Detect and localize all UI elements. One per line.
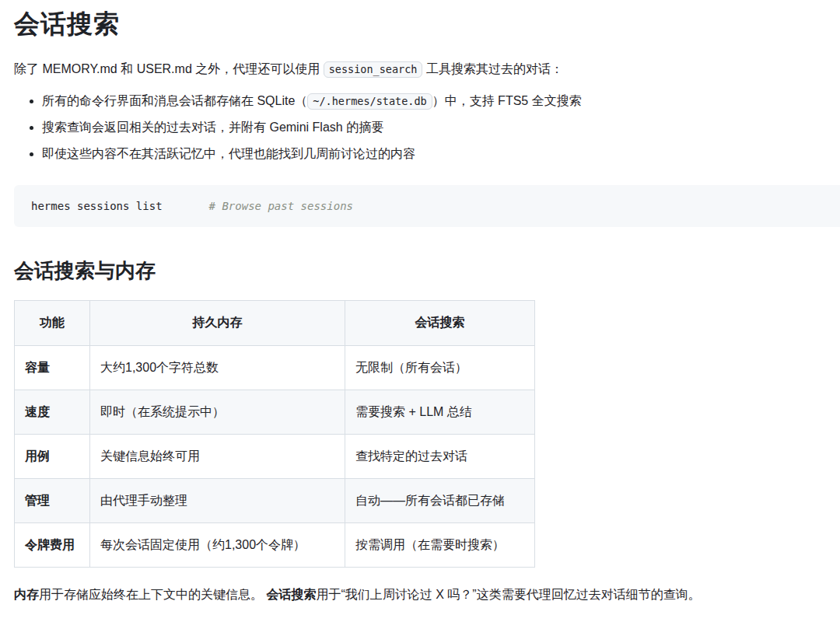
table-header: 功能 持久内存 会话搜索	[15, 301, 535, 346]
row-header-cell: 用例	[15, 435, 90, 479]
table-row: 令牌费用每次会话固定使用（约1,300个令牌）按需调用（在需要时搜索）	[15, 523, 535, 568]
intro-text-before: 除了 MEMORY.md 和 USER.md 之外，代理还可以使用	[14, 62, 324, 75]
table-row: 管理由代理手动整理自动——所有会话都已存储	[15, 479, 535, 523]
summary-text-2: 用于“我们上周讨论过 X 吗？”这类需要代理回忆过去对话细节的查询。	[316, 588, 700, 601]
column-header-feature: 功能	[15, 301, 90, 346]
intro-text-after: 工具搜索其过去的对话：	[422, 62, 562, 75]
table-header-row: 功能 持久内存 会话搜索	[15, 301, 535, 346]
table-row: 用例关键信息始终可用查找特定的过去对话	[15, 435, 535, 479]
document-page: 会话搜索 除了 MEMORY.md 和 USER.md 之外，代理还可以使用 s…	[0, 0, 840, 604]
table-cell: 查找特定的过去对话	[345, 435, 535, 479]
table-cell: 自动——所有会话都已存储	[345, 479, 535, 523]
column-header-persistent-memory: 持久内存	[90, 301, 345, 346]
list-item: 即使这些内容不在其活跃记忆中，代理也能找到几周前讨论过的内容	[42, 146, 840, 162]
section-title: 会话搜索与内存	[14, 258, 840, 284]
summary-paragraph: 内存用于存储应始终在上下文中的关键信息。 会话搜索用于“我们上周讨论过 X 吗？…	[14, 586, 840, 603]
list-item: 所有的命令行界面和消息会话都存储在 SQLite（~/.hermes/state…	[42, 93, 840, 109]
summary-bold-memory: 内存	[14, 588, 39, 601]
row-header-cell: 容量	[15, 346, 90, 390]
table-cell: 无限制（所有会话）	[345, 346, 535, 390]
summary-text-1: 用于存储应始终在上下文中的关键信息。	[39, 588, 266, 601]
table-cell: 大约1,300个字符总数	[90, 346, 345, 390]
table-cell: 即时（在系统提示中）	[90, 390, 345, 435]
list-item: 搜索查询会返回相关的过去对话，并附有 Gemini Flash 的摘要	[42, 120, 840, 135]
table-cell: 需要搜索 + LLM 总结	[345, 390, 535, 435]
code-block: hermes sessions list# Browse past sessio…	[14, 185, 840, 227]
code-command: hermes sessions list	[31, 200, 163, 212]
table-cell: 关键信息始终可用	[90, 435, 345, 479]
page-title: 会话搜索	[14, 5, 840, 40]
inline-code-db-path: ~/.hermes/state.db	[307, 93, 432, 110]
table-body: 容量大约1,300个字符总数无限制（所有会话）速度即时（在系统提示中）需要搜索 …	[15, 346, 535, 568]
list-item-text-before: 所有的命令行界面和消息会话都存储在 SQLite（	[42, 94, 307, 107]
feature-list: 所有的命令行界面和消息会话都存储在 SQLite（~/.hermes/state…	[14, 93, 840, 162]
code-comment: # Browse past sessions	[209, 200, 353, 212]
table-row: 容量大约1,300个字符总数无限制（所有会话）	[15, 346, 535, 390]
summary-bold-session-search: 会话搜索	[266, 588, 316, 601]
column-header-session-search: 会话搜索	[345, 301, 535, 346]
table-row: 速度即时（在系统提示中）需要搜索 + LLM 总结	[15, 390, 535, 435]
list-item-text-after: ）中，支持 FTS5 全文搜索	[432, 94, 582, 107]
row-header-cell: 管理	[15, 479, 90, 523]
inline-code-session-search: session_search	[324, 61, 423, 78]
table-cell: 每次会话固定使用（约1,300个令牌）	[90, 523, 345, 568]
intro-paragraph: 除了 MEMORY.md 和 USER.md 之外，代理还可以使用 sessio…	[14, 61, 840, 78]
row-header-cell: 令牌费用	[15, 523, 90, 568]
row-header-cell: 速度	[15, 390, 90, 435]
table-cell: 按需调用（在需要时搜索）	[345, 523, 535, 568]
comparison-table: 功能 持久内存 会话搜索 容量大约1,300个字符总数无限制（所有会话）速度即时…	[14, 300, 535, 568]
table-cell: 由代理手动整理	[90, 479, 345, 523]
